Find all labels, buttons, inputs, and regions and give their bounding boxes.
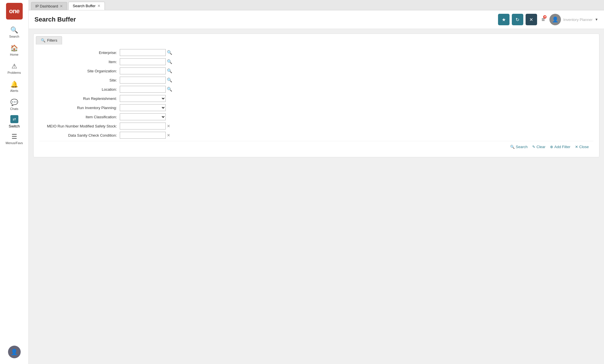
- item-classification-select[interactable]: [120, 113, 166, 120]
- site-org-search-icon[interactable]: 🔍: [167, 68, 172, 73]
- filter-label-run-replenishment: Run Replenishment:: [39, 96, 120, 101]
- enterprise-search-icon[interactable]: 🔍: [167, 50, 172, 55]
- site-input[interactable]: [120, 77, 166, 84]
- page-content: 🔍 Filters Enterprise: 🔍 Item:: [29, 29, 604, 364]
- bell-icon: 🔔: [10, 81, 18, 88]
- dropdown-chevron-icon: ▼: [595, 18, 598, 22]
- close-icon: ✕: [529, 17, 533, 22]
- menu-button[interactable]: ≡ ★: [539, 15, 547, 24]
- sidebar-item-label: Problems: [7, 71, 21, 74]
- filter-row-item: Item: 🔍: [39, 58, 593, 65]
- run-replenishment-select[interactable]: [120, 95, 166, 102]
- sidebar-item-home[interactable]: 🏠 Home: [1, 43, 27, 58]
- site-search-icon[interactable]: 🔍: [167, 78, 172, 83]
- filter-row-meio-run-number: MEIO Run Number Modified Safety Stock: ✕: [39, 123, 593, 129]
- search-action-label: Search: [516, 145, 528, 149]
- sidebar-avatar[interactable]: 👤: [8, 346, 21, 358]
- header-actions: ★ ↻ ✕ ≡ ★ 👤 Inventory Planner ▼: [498, 14, 598, 25]
- meio-run-number-input[interactable]: [120, 123, 166, 129]
- filter-row-location: Location: 🔍: [39, 86, 593, 93]
- filter-row-site-org: Site Organization: 🔍: [39, 67, 593, 74]
- filter-label-run-inventory-planning: Run Inventory Planning:: [39, 106, 120, 110]
- add-filter-label: Add Filter: [554, 145, 570, 149]
- filter-row-run-inventory-planning: Run Inventory Planning:: [39, 104, 593, 111]
- data-sanity-clear-icon[interactable]: ✕: [167, 133, 170, 138]
- filters-tab[interactable]: 🔍 Filters: [36, 36, 62, 44]
- clear-action-label: Clear: [537, 145, 545, 149]
- sidebar-item-label: Alerts: [10, 89, 18, 92]
- close-action-icon: ✕: [575, 145, 578, 149]
- tab-ip-dashboard[interactable]: IP Dashboard ✕: [31, 2, 67, 10]
- filters-panel: 🔍 Filters Enterprise: 🔍 Item:: [33, 34, 599, 157]
- filter-label-meio-run-number: MEIO Run Number Modified Safety Stock:: [39, 124, 120, 128]
- main-content: IP Dashboard ✕ Search Buffer ✕ Search Bu…: [29, 0, 604, 364]
- star-button[interactable]: ★: [498, 14, 510, 25]
- filter-label-data-sanity: Data Sanity Check Condition:: [39, 133, 120, 138]
- chat-icon: 💬: [10, 99, 18, 106]
- data-sanity-input[interactable]: [120, 132, 166, 139]
- sidebar-item-problems[interactable]: ⚠ Problems: [1, 61, 27, 76]
- filter-label-item-classification: Item Classification:: [39, 115, 120, 119]
- run-inventory-planning-select[interactable]: [120, 104, 166, 111]
- sidebar-item-label: Switch: [9, 124, 20, 128]
- close-button[interactable]: ✕: [526, 14, 537, 25]
- refresh-icon: ↻: [516, 17, 519, 22]
- location-search-icon[interactable]: 🔍: [167, 87, 172, 92]
- add-filter-icon: ⊕: [550, 145, 553, 149]
- close-action[interactable]: ✕ Close: [575, 145, 589, 149]
- app-logo[interactable]: one: [6, 3, 23, 20]
- location-input[interactable]: [120, 86, 166, 93]
- page-header: Search Buffer ★ ↻ ✕ ≡ ★ 👤 Inventory Plan…: [29, 10, 604, 29]
- sidebar-item-label: Home: [10, 53, 18, 56]
- search-action-icon: 🔍: [510, 145, 515, 149]
- site-org-input[interactable]: [120, 67, 166, 74]
- tab-search-buffer[interactable]: Search Buffer ✕: [68, 2, 105, 10]
- meio-run-number-clear-icon[interactable]: ✕: [167, 124, 170, 128]
- notification-badge: ★: [543, 15, 547, 19]
- switch-icon: ⇄: [10, 115, 18, 123]
- sidebar-item-switch[interactable]: ⇄ Switch: [1, 115, 27, 128]
- sidebar-item-search[interactable]: 🔍 Search: [1, 25, 27, 40]
- user-section[interactable]: 👤 Inventory Planner ▼: [549, 14, 598, 25]
- tab-bar: IP Dashboard ✕ Search Buffer ✕: [29, 0, 604, 10]
- filter-label-site: Site:: [39, 78, 120, 82]
- filter-label-item: Item:: [39, 60, 120, 64]
- sidebar-item-alerts[interactable]: 🔔 Alerts: [1, 79, 27, 94]
- sidebar-item-label: Search: [9, 35, 19, 38]
- tab-close-icon[interactable]: ✕: [60, 4, 63, 8]
- avatar-icon: 👤: [11, 348, 18, 355]
- item-input[interactable]: [120, 58, 166, 65]
- filters-tab-label: Filters: [47, 38, 57, 42]
- filter-actions: 🔍 Search ✎ Clear ⊕ Add Filter ✕ Close: [39, 141, 593, 152]
- enterprise-input[interactable]: [120, 49, 166, 56]
- close-action-label: Close: [579, 145, 589, 149]
- avatar-image: 👤: [552, 16, 558, 23]
- warning-icon: ⚠: [11, 63, 17, 70]
- search-action[interactable]: 🔍 Search: [510, 145, 528, 149]
- menu-icon: ☰: [11, 133, 17, 140]
- refresh-button[interactable]: ↻: [512, 14, 523, 25]
- tab-label: Search Buffer: [73, 4, 95, 8]
- filter-label-enterprise: Enterprise:: [39, 51, 120, 55]
- sidebar-item-chats[interactable]: 💬 Chats: [1, 97, 27, 112]
- sidebar-item-label: Chats: [10, 107, 18, 111]
- filter-row-site: Site: 🔍: [39, 77, 593, 84]
- sidebar: one 🔍 Search 🏠 Home ⚠ Problems 🔔 Alerts …: [0, 0, 29, 364]
- user-avatar: 👤: [549, 14, 561, 25]
- star-icon: ★: [502, 17, 506, 22]
- sidebar-item-label: Menus/Favs: [6, 141, 23, 145]
- search-icon: 🔍: [10, 26, 18, 34]
- filter-icon: 🔍: [41, 38, 45, 42]
- add-filter-action[interactable]: ⊕ Add Filter: [550, 145, 570, 149]
- tab-close-active-icon[interactable]: ✕: [97, 4, 101, 8]
- filter-row-run-replenishment: Run Replenishment:: [39, 95, 593, 102]
- clear-action-icon: ✎: [532, 145, 535, 149]
- item-search-icon[interactable]: 🔍: [167, 59, 172, 64]
- sidebar-item-menus-favs[interactable]: ☰ Menus/Favs: [1, 131, 27, 146]
- clear-action[interactable]: ✎ Clear: [532, 145, 545, 149]
- filter-row-data-sanity: Data Sanity Check Condition: ✕: [39, 132, 593, 139]
- home-icon: 🏠: [10, 44, 18, 52]
- filter-label-site-org: Site Organization:: [39, 69, 120, 73]
- user-name: Inventory Planner: [563, 18, 593, 22]
- filter-label-location: Location:: [39, 87, 120, 92]
